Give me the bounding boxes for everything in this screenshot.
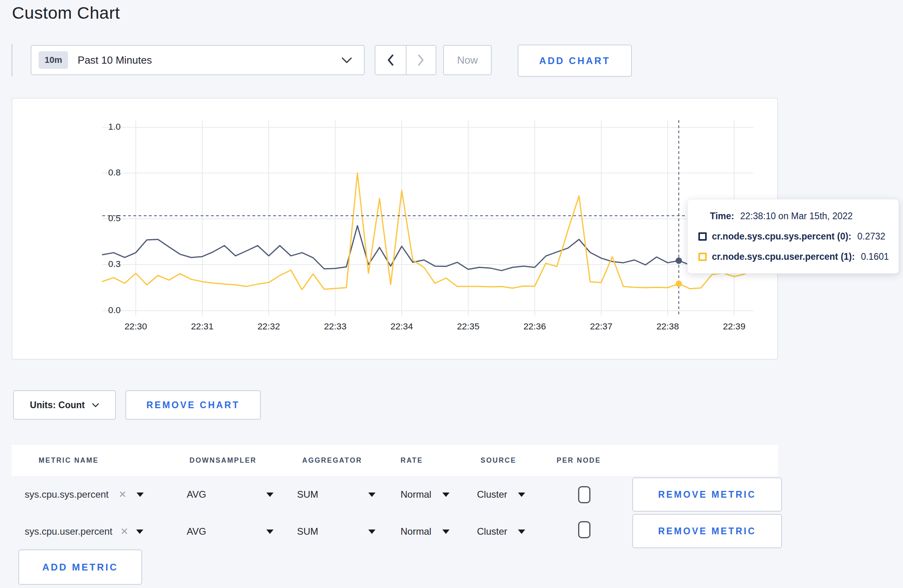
page-title: Custom Chart	[12, 3, 120, 23]
header-metric-name: METRIC NAME	[39, 445, 99, 476]
y-tick-label: 0.8	[85, 167, 121, 178]
add-chart-button[interactable]: ADD CHART	[518, 45, 632, 77]
metrics-table-header: METRIC NAME DOWNSAMPLER AGGREGATOR RATE …	[12, 445, 778, 476]
sys-series-swatch-icon	[698, 232, 707, 241]
tooltip-sys-row: cr.node.sys.cpu.sys.percent (0): 0.2732	[698, 231, 889, 242]
timescale-dropdown[interactable]: 10m Past 10 Minutes	[31, 45, 365, 75]
aggregator-value: SUM	[297, 526, 318, 537]
next-time-button[interactable]	[406, 46, 436, 74]
caret-down-icon	[368, 530, 375, 534]
remove-chart-button[interactable]: REMOVE CHART	[125, 390, 261, 420]
metric-name: sys.cpu.sys.percent	[25, 489, 109, 500]
header-per-node: PER NODE	[557, 445, 601, 476]
chevron-down-icon	[342, 57, 352, 63]
downsampler-value: AVG	[187, 489, 206, 500]
tooltip-user-label: cr.node.sys.cpu.user.percent (1):	[712, 251, 855, 262]
downsampler-value: AVG	[187, 526, 206, 537]
x-tick-label: 22:36	[511, 321, 559, 332]
clear-metric-icon[interactable]: ✕	[120, 526, 128, 537]
y-tick-label: 0.0	[85, 305, 121, 315]
metric-name: sys.cpu.user.percent	[25, 526, 112, 537]
x-tick-label: 22:33	[311, 321, 359, 332]
header-source: SOURCE	[481, 445, 516, 476]
caret-down-icon	[518, 493, 525, 497]
x-tick-label: 22:30	[112, 321, 160, 332]
caret-down-icon	[442, 530, 450, 534]
per-node-checkbox[interactable]	[578, 486, 590, 503]
source-value: Cluster	[477, 526, 507, 537]
remove-metric-button[interactable]: REMOVE METRIC	[632, 514, 782, 548]
aggregator-select[interactable]: SUM	[297, 513, 375, 550]
aggregator-value: SUM	[297, 489, 318, 500]
table-row: sys.cpu.user.percent ✕ AVG SUM Normal Cl…	[12, 513, 778, 550]
chart-card: 0.00.30.50.81.0 22:3022:3122:3222:3322:3…	[12, 98, 778, 360]
caret-down-icon	[368, 493, 375, 497]
header-rate: RATE	[401, 445, 423, 476]
x-tick-label: 22:35	[444, 321, 492, 332]
downsampler-select[interactable]: AVG	[187, 476, 274, 513]
x-tick-label: 22:39	[710, 321, 758, 332]
units-label: Units: Count	[30, 400, 85, 411]
chevron-right-icon	[418, 55, 424, 66]
rate-value: Normal	[401, 489, 431, 500]
timescale-label: Past 10 Minutes	[78, 54, 342, 66]
metric-select[interactable]: sys.cpu.user.percent ✕	[25, 513, 143, 550]
tooltip-time-row: Time: 22:38:10 on Mar 15th, 2022	[698, 211, 889, 222]
table-row: sys.cpu.sys.percent ✕ AVG SUM Normal Clu…	[12, 476, 778, 513]
aggregator-select[interactable]: SUM	[297, 476, 375, 513]
caret-down-icon[interactable]	[137, 493, 144, 497]
tooltip-sys-label: cr.node.sys.cpu.sys.percent (0):	[712, 231, 851, 242]
prev-time-button[interactable]	[375, 46, 406, 74]
per-node-checkbox[interactable]	[578, 521, 590, 538]
caret-down-icon	[518, 530, 525, 534]
downsampler-select[interactable]: AVG	[187, 513, 274, 550]
y-tick-label: 1.0	[85, 122, 121, 132]
y-tick-label: 0.3	[85, 259, 121, 269]
clear-metric-icon[interactable]: ✕	[119, 489, 127, 500]
x-tick-label: 22:34	[378, 321, 426, 332]
time-pager	[375, 45, 436, 75]
x-tick-label: 22:31	[178, 321, 226, 332]
units-dropdown[interactable]: Units: Count	[13, 390, 116, 420]
caret-down-icon	[442, 493, 450, 497]
y-tick-label: 0.5	[85, 213, 121, 224]
header-downsampler: DOWNSAMPLER	[190, 445, 256, 476]
tooltip-user-row: cr.node.sys.cpu.user.percent (1): 0.1601	[698, 251, 889, 262]
chart-canvas[interactable]	[12, 99, 777, 359]
now-button[interactable]: Now	[443, 45, 492, 75]
tooltip-sys-value: 0.2732	[857, 231, 885, 242]
source-select[interactable]: Cluster	[477, 476, 525, 513]
divider	[12, 44, 12, 76]
source-value: Cluster	[477, 489, 507, 500]
x-tick-label: 22:38	[644, 321, 692, 332]
source-select[interactable]: Cluster	[477, 513, 525, 550]
timescale-badge: 10m	[39, 51, 68, 69]
user-series-swatch-icon	[698, 253, 707, 261]
header-aggregator: AGGREGATOR	[302, 445, 362, 476]
remove-metric-button[interactable]: REMOVE METRIC	[632, 477, 782, 512]
rate-value: Normal	[401, 526, 431, 537]
x-tick-label: 22:32	[245, 321, 293, 332]
chart-tooltip: Time: 22:38:10 on Mar 15th, 2022 cr.node…	[687, 199, 899, 274]
chevron-left-icon	[387, 55, 394, 66]
metric-select[interactable]: sys.cpu.sys.percent ✕	[25, 476, 144, 513]
caret-down-icon[interactable]	[136, 530, 143, 534]
x-tick-label: 22:37	[577, 321, 625, 332]
tooltip-time-label: Time:	[710, 211, 734, 222]
caret-down-icon	[266, 530, 274, 534]
tooltip-time-value: 22:38:10 on Mar 15th, 2022	[740, 211, 853, 222]
chevron-down-icon	[92, 403, 99, 407]
rate-select[interactable]: Normal	[401, 513, 450, 550]
rate-select[interactable]: Normal	[401, 476, 450, 513]
caret-down-icon	[266, 493, 274, 497]
tooltip-user-value: 0.1601	[861, 251, 889, 262]
add-metric-button[interactable]: ADD METRIC	[18, 549, 142, 585]
